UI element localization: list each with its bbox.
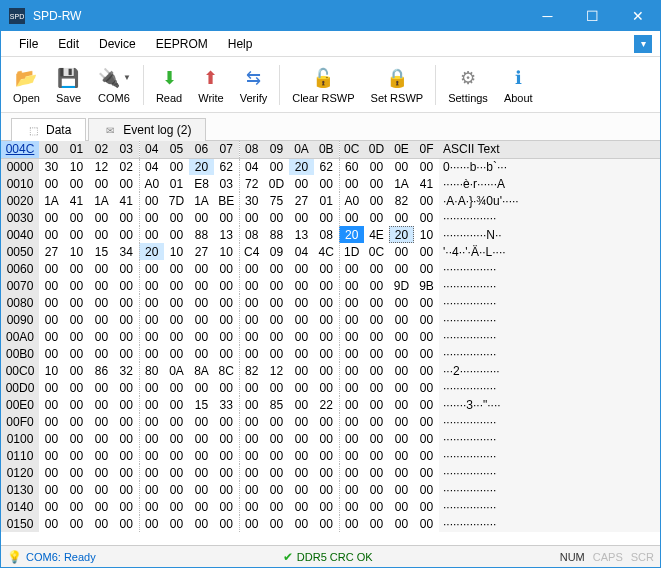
- hex-cell[interactable]: 32: [114, 362, 139, 379]
- hex-cell[interactable]: 00: [39, 396, 64, 413]
- hex-cell[interactable]: 00: [64, 226, 89, 243]
- hex-cell[interactable]: 00: [339, 447, 364, 464]
- hex-cell[interactable]: 00: [139, 260, 164, 277]
- hex-cell[interactable]: 00: [89, 328, 114, 345]
- hex-cell[interactable]: 04: [289, 243, 314, 260]
- hex-cell[interactable]: 00: [164, 260, 189, 277]
- hex-cell[interactable]: 00: [239, 464, 264, 481]
- hex-cell[interactable]: 00: [389, 430, 414, 447]
- hex-cell[interactable]: 00: [64, 430, 89, 447]
- hex-cell[interactable]: 20: [189, 158, 214, 175]
- hex-cell[interactable]: 00: [64, 464, 89, 481]
- menu-edit[interactable]: Edit: [48, 33, 89, 55]
- hex-cell[interactable]: 10: [64, 158, 89, 175]
- hex-cell[interactable]: 00: [364, 379, 389, 396]
- hex-cell[interactable]: 00: [164, 498, 189, 515]
- hex-cell[interactable]: 4C: [314, 243, 339, 260]
- hex-cell[interactable]: 30: [39, 158, 64, 175]
- hex-cell[interactable]: 00: [289, 294, 314, 311]
- hex-cell[interactable]: 9B: [414, 277, 439, 294]
- hex-cell[interactable]: 00: [39, 311, 64, 328]
- hex-cell[interactable]: 00: [39, 209, 64, 226]
- hex-cell[interactable]: 00: [114, 379, 139, 396]
- hex-cell[interactable]: 00: [64, 379, 89, 396]
- ascii-cell[interactable]: ················: [439, 209, 660, 226]
- hex-cell[interactable]: 00: [414, 362, 439, 379]
- hex-cell[interactable]: 00: [364, 345, 389, 362]
- hex-cell[interactable]: 1D: [339, 243, 364, 260]
- hex-cell[interactable]: 00: [389, 396, 414, 413]
- hex-cell[interactable]: 27: [39, 243, 64, 260]
- hex-cell[interactable]: 00: [364, 362, 389, 379]
- hex-cell[interactable]: 00: [214, 481, 239, 498]
- hex-cell[interactable]: 00: [289, 209, 314, 226]
- hex-cell[interactable]: 00: [389, 413, 414, 430]
- hex-cell[interactable]: 00: [189, 277, 214, 294]
- hex-cell[interactable]: 00: [214, 447, 239, 464]
- hex-cell[interactable]: 00: [139, 328, 164, 345]
- hex-cell[interactable]: 00: [89, 447, 114, 464]
- hex-cell[interactable]: 00: [239, 209, 264, 226]
- menu-file[interactable]: File: [9, 33, 48, 55]
- hex-cell[interactable]: 00: [39, 498, 64, 515]
- hex-cell[interactable]: 00: [289, 277, 314, 294]
- hex-cell[interactable]: 00: [389, 447, 414, 464]
- hex-cell[interactable]: 00: [89, 226, 114, 243]
- hex-cell[interactable]: 00: [64, 498, 89, 515]
- hex-cell[interactable]: 00: [89, 396, 114, 413]
- hex-cell[interactable]: 10: [214, 243, 239, 260]
- hex-cell[interactable]: 00: [214, 413, 239, 430]
- hex-cell[interactable]: 00: [414, 396, 439, 413]
- hex-cell[interactable]: 20: [139, 243, 164, 260]
- hex-cell[interactable]: 00: [39, 345, 64, 362]
- hex-cell[interactable]: 10: [164, 243, 189, 260]
- hex-cell[interactable]: 08: [239, 226, 264, 243]
- hex-cell[interactable]: 00: [64, 345, 89, 362]
- hex-cell[interactable]: A0: [139, 175, 164, 192]
- hex-cell[interactable]: 00: [139, 209, 164, 226]
- hex-cell[interactable]: 20: [289, 158, 314, 175]
- hex-cell[interactable]: 00: [314, 515, 339, 532]
- hex-cell[interactable]: 00: [264, 277, 289, 294]
- hex-cell[interactable]: 00: [139, 311, 164, 328]
- hex-cell[interactable]: 00: [239, 345, 264, 362]
- hex-cell[interactable]: 00: [414, 430, 439, 447]
- hex-cell[interactable]: 00: [414, 209, 439, 226]
- hex-cell[interactable]: 00: [214, 345, 239, 362]
- hex-cell[interactable]: 00: [414, 158, 439, 175]
- toolbar-about[interactable]: ℹAbout: [496, 64, 541, 106]
- hex-cell[interactable]: 00: [39, 294, 64, 311]
- hex-cell[interactable]: 00: [214, 464, 239, 481]
- hex-cell[interactable]: 0C: [364, 243, 389, 260]
- hex-cell[interactable]: 09: [264, 243, 289, 260]
- hex-cell[interactable]: 00: [264, 464, 289, 481]
- hex-cell[interactable]: 00: [339, 464, 364, 481]
- toolbar-open[interactable]: 📂Open: [5, 64, 48, 106]
- hex-cell[interactable]: 0A: [164, 362, 189, 379]
- ascii-cell[interactable]: ················: [439, 311, 660, 328]
- hex-cell[interactable]: 1A: [89, 192, 114, 209]
- hex-cell[interactable]: 00: [139, 379, 164, 396]
- hex-cell[interactable]: 00: [314, 430, 339, 447]
- hex-cell[interactable]: 33: [214, 396, 239, 413]
- hex-cell[interactable]: 00: [164, 209, 189, 226]
- hex-viewer[interactable]: 004C000102030405060708090A0B0C0D0E0FASCI…: [1, 141, 660, 545]
- hex-cell[interactable]: 00: [64, 396, 89, 413]
- menu-eeprom[interactable]: EEPROM: [146, 33, 218, 55]
- hex-cell[interactable]: 00: [139, 226, 164, 243]
- toolbar-write[interactable]: ⬆Write: [190, 64, 231, 106]
- hex-cell[interactable]: 00: [64, 362, 89, 379]
- hex-cell[interactable]: 82: [239, 362, 264, 379]
- hex-cell[interactable]: 10: [414, 226, 439, 243]
- hex-cell[interactable]: 20: [389, 226, 414, 243]
- hex-cell[interactable]: 00: [264, 311, 289, 328]
- hex-cell[interactable]: 72: [239, 175, 264, 192]
- hex-cell[interactable]: 00: [139, 464, 164, 481]
- ascii-cell[interactable]: ················: [439, 379, 660, 396]
- hex-cell[interactable]: 00: [389, 158, 414, 175]
- hex-cell[interactable]: 00: [39, 226, 64, 243]
- hex-cell[interactable]: 00: [289, 464, 314, 481]
- hex-cell[interactable]: 00: [164, 379, 189, 396]
- hex-cell[interactable]: 00: [89, 209, 114, 226]
- hex-cell[interactable]: 00: [364, 413, 389, 430]
